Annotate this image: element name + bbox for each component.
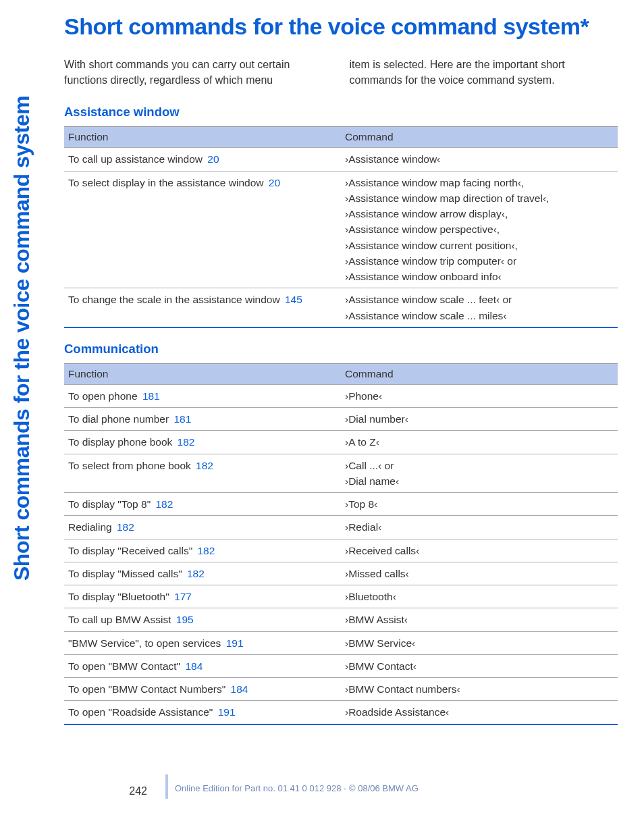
page-reference[interactable]: 184 bbox=[185, 660, 203, 672]
function-text: To open phone bbox=[68, 390, 140, 402]
function-text: To open "BMW Contact" bbox=[68, 660, 183, 672]
page-reference[interactable]: 182 bbox=[196, 460, 213, 471]
table-row: To select from phone book 182›Call ...‹ … bbox=[64, 454, 618, 493]
table-row: To open "BMW Contact" 184›BMW Contact‹ bbox=[64, 654, 618, 677]
function-cell: To display "Received calls" 182 bbox=[64, 539, 341, 562]
function-cell: To display phone book 182 bbox=[64, 431, 341, 454]
table-header-function: Function bbox=[64, 127, 341, 148]
command-cell: ›BMW Service‹ bbox=[341, 631, 618, 654]
table-row: To dial phone number 181›Dial number‹ bbox=[64, 408, 618, 431]
command-cell: ›Bluetooth‹ bbox=[341, 585, 618, 608]
page-number: 242 bbox=[129, 785, 157, 797]
function-cell: To open "Roadside Assistance" 191 bbox=[64, 701, 341, 724]
page-reference[interactable]: 20 bbox=[207, 153, 219, 165]
section-heading: Assistance window bbox=[64, 105, 618, 120]
function-text: To select from phone book bbox=[68, 460, 194, 471]
page-reference[interactable]: 182 bbox=[187, 568, 205, 579]
table-row: To select display in the assistance wind… bbox=[64, 171, 618, 288]
function-cell: To open "BMW Contact Numbers" 184 bbox=[64, 678, 341, 701]
function-text: To open "BMW Contact Numbers" bbox=[68, 683, 229, 695]
command-cell: ›Call ...‹ or›Dial name‹ bbox=[341, 454, 618, 493]
table-row: To display "Top 8" 182›Top 8‹ bbox=[64, 493, 618, 516]
page-reference[interactable]: 181 bbox=[173, 413, 191, 425]
function-cell: To call up BMW Assist 195 bbox=[64, 608, 341, 631]
command-cell: ›Assistance window‹ bbox=[341, 148, 618, 171]
page-footer: 242 Online Edition for Part no. 01 41 0 … bbox=[64, 774, 618, 799]
function-cell: To display "Top 8" 182 bbox=[64, 493, 341, 516]
command-cell: ›Roadside Assistance‹ bbox=[341, 701, 618, 724]
function-text: "BMW Service", to open services bbox=[68, 637, 224, 649]
page-reference[interactable]: 182 bbox=[178, 436, 195, 448]
table-header-function: Function bbox=[64, 363, 341, 384]
page-reference[interactable]: 191 bbox=[226, 637, 244, 649]
table-row: To call up BMW Assist 195›BMW Assist‹ bbox=[64, 608, 618, 631]
table-row: To open phone 181›Phone‹ bbox=[64, 384, 618, 407]
table-row: To display "Missed calls" 182›Missed cal… bbox=[64, 562, 618, 585]
function-cell: To open phone 181 bbox=[64, 384, 341, 407]
page-reference[interactable]: 182 bbox=[155, 498, 173, 510]
function-cell: To select from phone book 182 bbox=[64, 454, 341, 493]
command-cell: ›BMW Contact numbers‹ bbox=[341, 678, 618, 701]
table-row: To open "BMW Contact Numbers" 184›BMW Co… bbox=[64, 678, 618, 701]
command-cell: ›Phone‹ bbox=[341, 384, 618, 407]
function-text: To call up assistance window bbox=[68, 153, 205, 165]
command-table: FunctionCommandTo open phone 181›Phone‹T… bbox=[64, 363, 618, 725]
page-reference[interactable]: 145 bbox=[285, 294, 302, 305]
table-header-command: Command bbox=[341, 363, 618, 384]
table-row: To display "Bluetooth" 177›Bluetooth‹ bbox=[64, 585, 618, 608]
command-cell: ›A to Z‹ bbox=[341, 431, 618, 454]
command-table: FunctionCommandTo call up assistance win… bbox=[64, 126, 618, 328]
command-cell: ›Received calls‹ bbox=[341, 539, 618, 562]
function-cell: To call up assistance window 20 bbox=[64, 148, 341, 171]
command-cell: ›Dial number‹ bbox=[341, 408, 618, 431]
page-reference[interactable]: 182 bbox=[117, 521, 134, 533]
function-text: To open "Roadside Assistance" bbox=[68, 706, 216, 718]
page-reference[interactable]: 195 bbox=[176, 614, 194, 625]
page-title: Short commands for the voice command sys… bbox=[64, 14, 618, 40]
page-reference[interactable]: 181 bbox=[142, 390, 160, 402]
command-cell: ›Assistance window scale ... feet‹ or›As… bbox=[341, 288, 618, 327]
function-cell: To dial phone number 181 bbox=[64, 408, 341, 431]
command-cell: ›Top 8‹ bbox=[341, 493, 618, 516]
command-cell: ›BMW Assist‹ bbox=[341, 608, 618, 631]
function-text: To display "Top 8" bbox=[68, 498, 153, 510]
table-header-command: Command bbox=[341, 127, 618, 148]
command-cell: ›Assistance window map facing north‹,›As… bbox=[341, 171, 618, 288]
page-reference[interactable]: 191 bbox=[218, 706, 236, 718]
function-cell: To display "Missed calls" 182 bbox=[64, 562, 341, 585]
function-cell: To display "Bluetooth" 177 bbox=[64, 585, 341, 608]
intro-paragraph: With short commands you can carry out ce… bbox=[64, 57, 618, 88]
table-row: To open "Roadside Assistance" 191›Roadsi… bbox=[64, 701, 618, 724]
page-reference[interactable]: 177 bbox=[174, 591, 192, 602]
function-text: To select display in the assistance wind… bbox=[68, 177, 267, 188]
command-cell: ›Redial‹ bbox=[341, 516, 618, 539]
function-text: To display "Bluetooth" bbox=[68, 591, 172, 602]
function-cell: Redialing 182 bbox=[64, 516, 341, 539]
intro-col-right: item is selected. Here are the important… bbox=[350, 57, 618, 88]
page-content: Short commands for the voice command sys… bbox=[64, 14, 618, 739]
function-text: To call up BMW Assist bbox=[68, 614, 174, 625]
function-text: Redialing bbox=[68, 521, 115, 533]
page-reference[interactable]: 184 bbox=[231, 683, 248, 695]
page-reference[interactable]: 182 bbox=[197, 545, 215, 556]
sidebar-section-title: Short commands for the voice command sys… bbox=[9, 96, 34, 581]
page-reference[interactable]: 20 bbox=[269, 177, 280, 188]
function-cell: To select display in the assistance wind… bbox=[64, 171, 341, 288]
function-cell: To open "BMW Contact" 184 bbox=[64, 654, 341, 677]
function-text: To display phone book bbox=[68, 436, 176, 448]
function-cell: To change the scale in the assistance wi… bbox=[64, 288, 341, 327]
edition-info: Online Edition for Part no. 01 41 0 012 … bbox=[165, 774, 419, 799]
sections-container: Assistance windowFunctionCommandTo call … bbox=[64, 105, 618, 724]
function-cell: "BMW Service", to open services 191 bbox=[64, 631, 341, 654]
table-row: To call up assistance window 20›Assistan… bbox=[64, 148, 618, 171]
intro-col-left: With short commands you can carry out ce… bbox=[64, 57, 333, 88]
function-text: To display "Missed calls" bbox=[68, 568, 185, 579]
table-row: To change the scale in the assistance wi… bbox=[64, 288, 618, 327]
table-row: Redialing 182›Redial‹ bbox=[64, 516, 618, 539]
section-heading: Communication bbox=[64, 342, 618, 356]
command-cell: ›BMW Contact‹ bbox=[341, 654, 618, 677]
function-text: To change the scale in the assistance wi… bbox=[68, 294, 283, 305]
function-text: To dial phone number bbox=[68, 413, 171, 425]
table-row: To display phone book 182›A to Z‹ bbox=[64, 431, 618, 454]
command-cell: ›Missed calls‹ bbox=[341, 562, 618, 585]
